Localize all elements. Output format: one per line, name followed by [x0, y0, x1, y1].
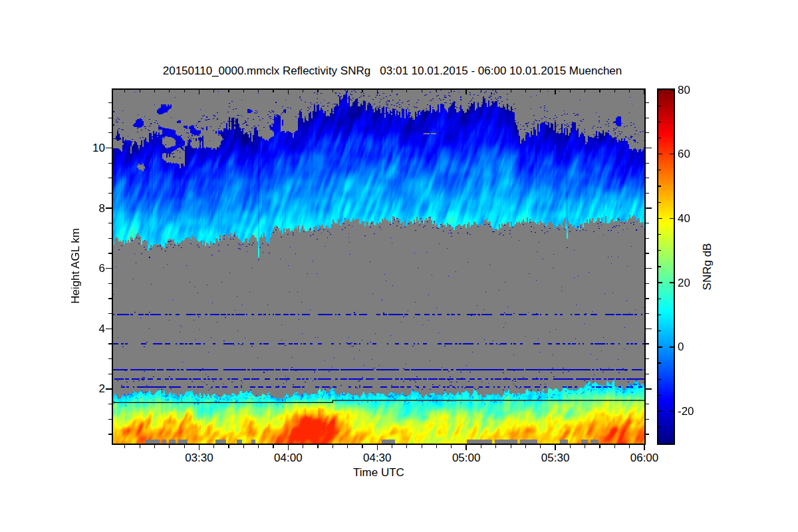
y-minor-tick: [108, 434, 112, 434]
x-top-minor-tick: [317, 90, 318, 92]
y-right-minor-tick: [646, 434, 649, 434]
x-top-minor-tick: [362, 90, 362, 92]
y-tick-label: 2: [72, 382, 105, 396]
x-top-major-tick: [199, 90, 200, 94]
colorbar-major-tick-right: [670, 282, 674, 283]
colorbar-tick-label: -20: [678, 405, 694, 418]
y-minor-tick: [108, 358, 112, 359]
y-minor-tick: [108, 343, 112, 344]
colorbar-minor-tick: [658, 395, 661, 396]
plot-title: 20150110_0000.mmclx Reflectivity SNRg 03…: [126, 65, 658, 78]
colorbar-minor-tick: [658, 122, 661, 122]
x-top-minor-tick: [525, 90, 526, 92]
x-major-tick: [377, 445, 378, 450]
plot-frame: [112, 88, 646, 445]
x-tick-label: 05:00: [440, 452, 493, 465]
y-minor-tick: [108, 374, 112, 374]
x-tick-label: 04:30: [350, 452, 404, 465]
colorbar-tick-label: 40: [678, 212, 690, 225]
colorbar-tick-label: 20: [678, 277, 690, 290]
colorbar-major-tick-right: [670, 411, 674, 412]
y-right-minor-tick: [646, 298, 649, 299]
colorbar-minor-tick: [658, 266, 661, 267]
y-right-minor-tick: [646, 343, 649, 344]
x-top-minor-tick: [481, 90, 481, 92]
x-top-minor-tick: [154, 90, 155, 92]
x-top-minor-tick: [451, 90, 452, 92]
colorbar-major-tick: [658, 218, 662, 219]
y-minor-tick: [108, 313, 112, 314]
x-minor-tick: [406, 445, 407, 448]
y-major-tick: [106, 207, 112, 209]
x-top-minor-tick: [585, 90, 585, 92]
x-minor-tick: [332, 445, 333, 448]
x-minor-tick: [525, 445, 526, 448]
x-top-major-tick: [288, 90, 289, 94]
x-top-minor-tick: [599, 90, 600, 92]
x-axis-label: Time UTC: [113, 466, 644, 479]
x-minor-tick: [169, 445, 170, 448]
y-right-minor-tick: [646, 163, 649, 164]
x-tick-label: 05:30: [529, 452, 582, 465]
x-top-minor-tick: [124, 90, 125, 92]
x-minor-tick: [362, 445, 362, 448]
y-tick-label: 8: [72, 202, 105, 215]
x-major-tick: [466, 445, 467, 450]
y-major-tick: [106, 268, 112, 269]
x-top-minor-tick: [273, 90, 273, 92]
y-minor-tick: [108, 163, 112, 164]
colorbar-minor-tick: [658, 138, 661, 138]
colorbar-minor-tick: [658, 315, 661, 315]
x-minor-tick: [124, 445, 125, 448]
colorbar-tick-label: 0: [678, 340, 684, 354]
x-top-minor-tick: [614, 90, 615, 92]
y-minor-tick: [108, 118, 112, 118]
y-right-minor-tick: [646, 419, 649, 420]
colorbar-tick-label: 80: [678, 84, 690, 97]
y-minor-tick: [108, 238, 112, 239]
y-tick-label: 6: [72, 262, 105, 275]
x-minor-tick: [243, 445, 244, 448]
x-minor-tick: [422, 445, 422, 448]
x-minor-tick: [436, 445, 437, 448]
y-minor-tick: [108, 132, 112, 133]
x-top-minor-tick: [540, 90, 541, 92]
x-minor-tick: [451, 445, 452, 448]
x-minor-tick: [213, 445, 214, 448]
x-minor-tick: [184, 445, 185, 448]
x-top-major-tick: [555, 90, 556, 94]
x-top-major-tick: [466, 90, 467, 94]
y-right-major-tick: [646, 388, 652, 390]
y-right-minor-tick: [646, 132, 649, 133]
y-minor-tick: [108, 102, 112, 103]
y-right-minor-tick: [646, 313, 649, 314]
x-top-minor-tick: [511, 90, 511, 92]
y-right-major-tick: [646, 148, 652, 149]
x-minor-tick: [614, 445, 615, 448]
figure-root: 20150110_0000.mmclx Reflectivity SNRg 03…: [0, 0, 798, 532]
y-major-tick: [106, 148, 112, 149]
x-tick-label: 06:00: [618, 452, 671, 465]
x-minor-tick: [140, 445, 140, 448]
y-minor-tick: [108, 298, 112, 299]
x-minor-tick: [585, 445, 585, 448]
y-right-minor-tick: [646, 193, 649, 194]
colorbar-major-tick-right: [670, 346, 674, 348]
x-minor-tick: [511, 445, 511, 448]
x-top-minor-tick: [140, 90, 140, 92]
x-top-minor-tick: [184, 90, 185, 92]
x-major-tick: [644, 445, 645, 450]
colorbar-minor-tick: [658, 250, 661, 251]
colorbar-minor-tick: [658, 427, 661, 428]
x-minor-tick: [540, 445, 541, 448]
y-minor-tick: [108, 283, 112, 284]
y-right-minor-tick: [646, 178, 649, 178]
y-right-minor-tick: [646, 223, 649, 223]
colorbar-minor-tick: [658, 106, 661, 106]
x-top-minor-tick: [570, 90, 571, 92]
colorbar-axis-label-text: SNRg dB: [701, 243, 714, 291]
colorbar-major-tick: [658, 282, 662, 283]
x-minor-tick: [495, 445, 496, 448]
y-major-tick: [106, 388, 112, 390]
colorbar-minor-tick: [658, 234, 661, 235]
